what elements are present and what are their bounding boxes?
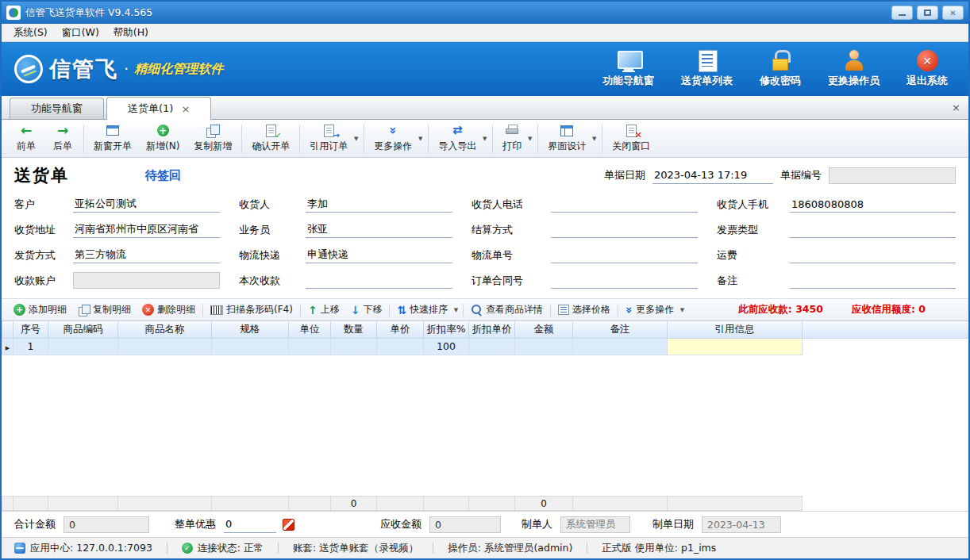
arrow-right-icon: → <box>56 124 70 137</box>
connection-status: ✓ 连接状态: 正常 <box>182 542 264 555</box>
print-button[interactable]: 打印 ▼ <box>495 121 535 156</box>
consignee-field[interactable] <box>306 196 452 213</box>
tab-delivery-note[interactable]: 送货单(1) × <box>106 97 211 120</box>
invoice-type-field[interactable] <box>790 221 956 238</box>
brand-logo-icon <box>14 55 43 83</box>
cell-price[interactable] <box>377 338 424 355</box>
account-set-text: 账套: 送货单账套（录视频） <box>293 542 418 555</box>
more-actions-button[interactable]: » 更多操作 ▼ <box>367 121 425 156</box>
field-label-remark: 备注 <box>717 274 790 288</box>
close-window-button[interactable]: ✕ 关闭窗口 <box>605 121 657 156</box>
salesman-field[interactable] <box>306 221 452 238</box>
col-discount-rate[interactable]: 折扣率% <box>424 321 469 338</box>
exit-system-button[interactable]: ✕ 退出系统 <box>906 50 948 88</box>
cell-amount[interactable] <box>515 338 573 355</box>
tabbar-close-icon[interactable]: × <box>952 102 960 113</box>
maximize-button[interactable] <box>917 6 938 20</box>
grid-empty-space <box>2 355 968 497</box>
col-product-code[interactable]: 商品编码 <box>48 321 118 338</box>
col-price[interactable]: 单价 <box>377 321 424 338</box>
customer-field[interactable] <box>73 196 220 213</box>
menu-system[interactable]: 系统(S) <box>6 25 55 41</box>
cell-index[interactable]: 1 <box>13 338 48 355</box>
order-discount-field[interactable] <box>224 516 276 533</box>
cell-discount-price[interactable] <box>469 338 515 355</box>
copy-new-button[interactable]: 复制新增 <box>187 121 239 156</box>
view-product-detail-button[interactable]: 查看商品详情 <box>465 301 549 319</box>
cell-product-code[interactable] <box>48 338 118 355</box>
field-label-shipping-method: 发货方式 <box>14 248 73 263</box>
detail-more-actions-button[interactable]: » 更多操作 ▼ <box>620 301 687 319</box>
next-doc-button[interactable]: → 后单 <box>44 121 81 156</box>
col-unit[interactable]: 单位 <box>289 321 331 338</box>
minimize-button[interactable] <box>891 6 913 20</box>
cell-product-name[interactable] <box>118 338 212 355</box>
doc-status-badge: 待签回 <box>145 168 181 183</box>
address-field[interactable] <box>73 221 220 238</box>
freight-field[interactable] <box>790 247 956 263</box>
col-spec[interactable]: 规格 <box>212 321 289 338</box>
col-qty[interactable]: 数量 <box>331 321 377 338</box>
change-password-button[interactable]: 修改密码 <box>760 50 801 88</box>
app-center-text: 应用中心: 127.0.0.1:7093 <box>30 542 152 555</box>
col-remark[interactable]: 备注 <box>573 321 668 338</box>
col-amount[interactable]: 金额 <box>515 321 573 338</box>
settlement-field[interactable] <box>551 221 698 238</box>
field-label-invoice-type: 发票类型 <box>717 223 790 237</box>
tab-nav-window[interactable]: 功能导航窗 <box>10 98 104 119</box>
discount-icon[interactable] <box>283 519 294 531</box>
cell-qty[interactable] <box>331 338 377 355</box>
col-product-name[interactable]: 商品名称 <box>118 321 212 338</box>
delete-detail-button[interactable]: ✕ 删除明细 <box>137 301 201 319</box>
consignee-phone-field[interactable] <box>551 196 698 213</box>
logistics-express-field[interactable] <box>306 247 452 263</box>
tab-close-icon[interactable]: × <box>181 103 190 115</box>
license-status: 正式版 使用单位: p1_ims <box>602 542 716 555</box>
cell-unit[interactable] <box>289 338 331 355</box>
order-contract-field[interactable] <box>551 272 698 289</box>
doc-date-field[interactable] <box>652 167 773 184</box>
remark-field[interactable] <box>790 272 956 289</box>
button-label: 选择价格 <box>572 303 610 316</box>
new-window-order-button[interactable]: 新窗开单 <box>87 121 139 156</box>
col-discount-price[interactable]: 折扣单价 <box>469 321 515 338</box>
add-new-button[interactable]: + 新增(N) <box>139 121 187 156</box>
reference-order-button[interactable]: → 引用订单 ▼ <box>302 121 361 156</box>
switch-operator-button[interactable]: 更换操作员 <box>828 50 880 88</box>
menu-window[interactable]: 窗口(W) <box>55 25 106 41</box>
col-index[interactable]: 序号 <box>13 321 48 338</box>
cell-discount-rate[interactable]: 100 <box>424 338 469 355</box>
logistics-no-field[interactable] <box>551 247 698 263</box>
consignee-mobile-field[interactable] <box>790 196 956 213</box>
scan-barcode-button[interactable]: 扫描条形码(F4) <box>205 301 298 319</box>
close-button[interactable]: ✕ <box>942 6 964 20</box>
ui-design-button[interactable]: 界面设计 ▼ <box>541 121 599 156</box>
cell-ref-info[interactable] <box>668 338 803 355</box>
button-label: 关闭窗口 <box>612 140 650 153</box>
check-icon: ✓ <box>275 132 281 140</box>
banner-action-label: 送货单列表 <box>681 74 733 88</box>
menu-help[interactable]: 帮助(H) <box>106 25 156 41</box>
detail-toolbar-separator <box>300 304 301 316</box>
cell-spec[interactable] <box>212 338 289 355</box>
prev-doc-button[interactable]: ← 前单 <box>8 121 44 156</box>
confirm-order-button[interactable]: ✓ 确认开单 <box>244 121 297 156</box>
copy-detail-button[interactable]: 复制明细 <box>72 301 137 319</box>
col-ref-info[interactable]: 引用信息 <box>668 321 803 338</box>
delete-icon: ✕ <box>142 304 154 316</box>
table-row[interactable]: ▶ 1 100 <box>2 338 969 355</box>
quick-sort-button[interactable]: ⇅ 快速排序 ▼ <box>391 301 461 319</box>
delivery-list-button[interactable]: 送货单列表 <box>681 50 733 88</box>
field-label-logistics-no: 物流单号 <box>472 248 551 263</box>
operator-text: 操作员: 系统管理员(admin) <box>448 542 572 555</box>
move-down-button[interactable]: ↓ 下移 <box>345 301 388 319</box>
select-price-button[interactable]: 选择价格 <box>552 301 616 319</box>
shipping-method-field[interactable] <box>73 247 220 263</box>
current-payment-field[interactable] <box>306 272 452 289</box>
add-detail-button[interactable]: + 添加明细 <box>8 301 72 319</box>
nav-window-button[interactable]: 功能导航窗 <box>602 50 654 88</box>
cell-remark[interactable] <box>573 338 668 355</box>
move-up-button[interactable]: ↑ 上移 <box>302 301 345 319</box>
doc-no-label: 单据编号 <box>780 168 822 182</box>
import-export-button[interactable]: ⇄ 导入导出 ▼ <box>431 121 490 156</box>
